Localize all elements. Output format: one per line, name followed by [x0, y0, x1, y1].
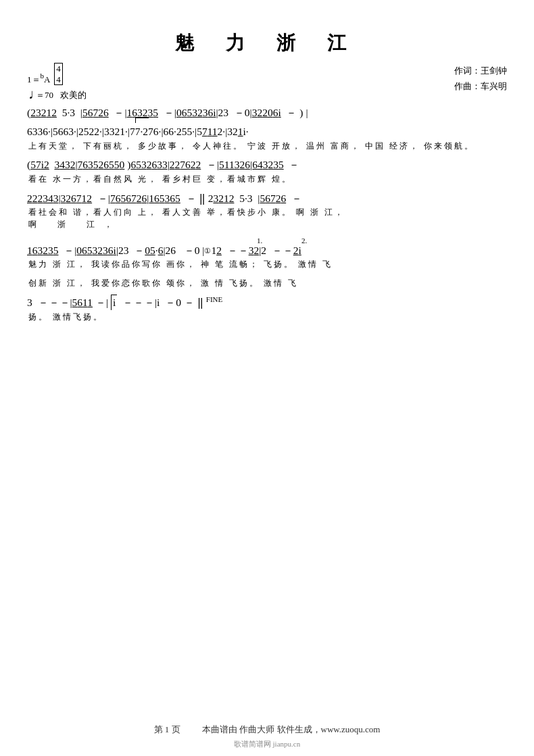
- author-lyric: 作词：王剑钟: [454, 63, 507, 78]
- page-number: 第 1 页: [154, 724, 180, 734]
- lyric-row-3: 看在 水一方，看自然风 光， 看乡村巨 变，看城市辉 煌。: [27, 172, 507, 187]
- music-lines: (23212 5·3 |56726 －|163235 －|0653236i|23…: [27, 105, 507, 324]
- lyric-row-6: 扬。 激情飞扬。: [27, 310, 507, 325]
- footer: 第 1 页 本曲谱由 作曲大师 软件生成，www.zuoqu.com: [0, 724, 534, 736]
- music-row-1: (23212 5·3 |56726 －|163235 －|0653236i|23…: [27, 105, 507, 120]
- lyric-row-2: 上有天堂， 下有丽杭， 多少故事， 令人神往。 宁波 开放， 温州 富商， 中国…: [27, 139, 507, 154]
- music-row-5: 163235 －|0653236i|23 －05·6|26 －0 |①12 －－…: [27, 243, 507, 258]
- lyric-row-5b: 创新 浙 江， 我爱你恋你歌你 颂你， 激 情 飞扬。 激情 飞: [27, 276, 507, 291]
- row-2: 6336·|5663·|2522·|3321·|77·276·|66·255·|…: [27, 124, 507, 153]
- footer-text: 本曲谱由 作曲大师 软件生成，www.zuoqu.com: [202, 724, 380, 734]
- lyric-row-5: 魅力 浙 江， 我读你品你写你 画你， 神 笔 流畅； 飞扬。 激情 飞: [27, 257, 507, 272]
- watermark: 歌谱简谱网 jianpu.cn: [0, 739, 534, 749]
- author-music: 作曲：车兴明: [454, 78, 507, 94]
- row-1: (23212 5·3 |56726 －|163235 －|0653236i|23…: [27, 105, 507, 120]
- left-meta: 1＝bA 44 ♩＝70 欢美的: [27, 63, 87, 103]
- right-meta: 作词：王剑钟 作曲：车兴明: [454, 63, 507, 95]
- bpm: ♩＝70 欢美的: [27, 87, 87, 103]
- row-5: 1. 2. 163235 －|0653236i|23 －05·6|26 －0 |…: [27, 236, 507, 291]
- page: 魅 力 浙 江 1＝bA 44 ♩＝70 欢美的 作词：王剑钟 作曲：车兴明 (…: [0, 0, 534, 756]
- key-time: 1＝bA 44: [27, 63, 87, 87]
- music-row-4: 222343|326712 －|7656726|165365 － ‖ 23212…: [27, 191, 507, 206]
- song-title: 魅 力 浙 江: [27, 30, 507, 56]
- row-3: (57i2 3432|763526550 )6532633|227622 －|5…: [27, 157, 507, 186]
- row-6: 3 －－－|5611 －| i －－－|i －0 － ‖ FINE 扬。 激情飞…: [27, 295, 507, 324]
- music-row-6: 3 －－－|5611 －| i －－－|i －0 － ‖ FINE: [27, 295, 507, 310]
- header-meta: 1＝bA 44 ♩＝70 欢美的 作词：王剑钟 作曲：车兴明: [27, 63, 507, 103]
- music-row-2: 6336·|5663·|2522·|3321·|77·276·|66·255·|…: [27, 124, 507, 139]
- music-row-3: (57i2 3432|763526550 )6532633|227622 －|5…: [27, 157, 507, 172]
- row-4: 222343|326712 －|7656726|165365 － ‖ 23212…: [27, 191, 507, 232]
